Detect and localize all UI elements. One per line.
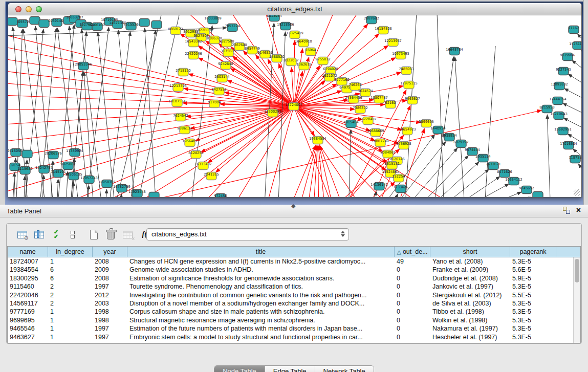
resize-grip-icon[interactable] (574, 189, 580, 196)
table-cell[interactable]: Investigating the contribution of common… (127, 291, 395, 299)
table-cell[interactable]: 2 (48, 299, 93, 308)
table-cell[interactable]: 18724007 (8, 257, 48, 266)
table-cell[interactable]: Disruption of a novel member of a sodium… (127, 299, 395, 308)
table-cell[interactable]: 9777169 (8, 308, 48, 316)
table-cell[interactable]: 5.3E-5 (510, 308, 556, 316)
table-cell[interactable]: 2008 (93, 274, 127, 282)
network-view-window[interactable]: citations_edges.txt 24055724206914061065… (8, 3, 582, 198)
row-options-icon[interactable] (67, 229, 79, 240)
window-titlebar[interactable]: citations_edges.txt (8, 3, 581, 15)
table-row[interactable]: 946554611997Estimation of the future num… (8, 324, 573, 333)
table-body[interactable]: 1872400712008Changes of HCN gene express… (8, 257, 573, 343)
table-scrollbar-thumb[interactable] (575, 259, 579, 282)
column-header[interactable]: name (8, 247, 48, 257)
table-cell[interactable]: 18300295 (8, 274, 48, 282)
table-cell[interactable]: 2009 (93, 266, 127, 274)
table-cell[interactable]: 1 (48, 333, 93, 341)
graph-node[interactable] (39, 20, 49, 28)
network-canvas[interactable]: 2405572420691406106532871527602646616010… (8, 15, 581, 197)
close-panel-icon[interactable]: × (576, 207, 581, 214)
tab-network-table[interactable]: Network Table (315, 366, 374, 372)
table-row[interactable]: 977716911998Corpus callosum shape and si… (8, 308, 573, 316)
table-cell[interactable]: Dudbridge et al. (2008) (430, 274, 510, 282)
table-row[interactable]: 1830029562008Estimation of significance … (8, 274, 573, 282)
table-cell[interactable]: 1997 (93, 324, 127, 333)
select-all-columns-icon[interactable]: ✓✓ (50, 229, 62, 240)
table-cell[interactable]: 9463627 (8, 333, 48, 341)
new-table-icon[interactable] (88, 229, 100, 240)
table-cell[interactable]: 5.5E-5 (510, 291, 556, 299)
table-cell[interactable]: Genome-wide association studies in ADHD. (127, 266, 395, 274)
table-cell[interactable]: Wolkin et al. (1998) (430, 316, 510, 324)
table-cell[interactable]: 1 (48, 257, 93, 266)
table-cell[interactable]: 1997 (93, 282, 127, 291)
column-header[interactable]: short (430, 247, 510, 257)
table-header-row[interactable]: namein_degreeyeartitle△out_de...shortpag… (8, 247, 580, 257)
table-row[interactable]: 946362711997Embryonic stem cells: a mode… (8, 333, 573, 341)
table-cell[interactable]: 22420046 (8, 291, 48, 299)
table-cell[interactable]: Tourette syndrome. Phenomenology and cla… (127, 282, 395, 291)
table-cell[interactable]: 6 (48, 266, 93, 274)
table-row[interactable]: 1456911722003Disruption of a novel membe… (8, 299, 573, 308)
table-cell[interactable]: 2 (48, 282, 93, 291)
node-table[interactable]: namein_degreeyeartitle△out_de...shortpag… (7, 246, 581, 343)
table-row[interactable]: 2242004622012Investigating the contribut… (8, 291, 573, 299)
table-cell[interactable]: 5.3E-5 (510, 282, 556, 291)
table-cell[interactable]: Changes of HCN gene expression and I(f) … (127, 257, 395, 266)
table-cell[interactable]: 5.6E-5 (510, 266, 556, 274)
table-cell[interactable]: 14569117 (8, 299, 48, 308)
graph-node[interactable] (533, 192, 543, 198)
table-cell[interactable]: 1 (48, 324, 93, 333)
table-cell[interactable]: 0 (395, 308, 430, 316)
table-cell[interactable]: 5.3E-5 (510, 333, 556, 341)
table-cell[interactable]: Corpus callosum shape and size in male p… (127, 308, 395, 316)
table-cell[interactable]: Jankovic et al. (1997) (430, 282, 510, 291)
graph-node[interactable] (149, 192, 159, 198)
table-cell[interactable]: Yano et al. (2008) (430, 257, 510, 266)
tab-node-table[interactable]: Node Table (214, 366, 265, 372)
table-cell[interactable]: 5.3E-5 (510, 257, 556, 266)
table-cell[interactable]: 0 (395, 274, 430, 282)
table-cell[interactable]: 0 (395, 266, 430, 274)
table-row[interactable]: 1872400712008Changes of HCN gene express… (8, 257, 573, 266)
table-cell[interactable]: Franke et al. (2009) (430, 266, 510, 274)
table-cell[interactable]: 2012 (93, 291, 127, 299)
table-cell[interactable]: Tibbo et al. (1998) (430, 308, 510, 316)
table-cell[interactable]: Hescheler et al. (1997) (430, 333, 510, 341)
graph-node[interactable] (22, 150, 32, 158)
table-cell[interactable]: Structural magnetic resonance image aver… (127, 316, 395, 324)
table-cell[interactable]: 2003 (93, 299, 127, 308)
tab-edge-table[interactable]: Edge Table (265, 366, 315, 372)
table-cell[interactable]: Nakamura et al. (1997) (430, 324, 510, 333)
table-row[interactable]: 1938455462009Genome-wide association stu… (8, 266, 573, 274)
column-header[interactable]: title (127, 247, 395, 257)
column-header[interactable]: in_degree (48, 247, 93, 257)
table-cell[interactable]: 5.3E-5 (510, 324, 556, 333)
table-cell[interactable]: 2 (48, 291, 93, 299)
table-row[interactable]: 911546021997Tourette syndrome. Phenomeno… (8, 282, 573, 291)
table-cell[interactable]: 1997 (93, 333, 127, 341)
table-cell[interactable]: Estimation of significance thresholds fo… (127, 274, 395, 282)
table-cell[interactable]: 1998 (93, 308, 127, 316)
graph-node[interactable] (151, 21, 162, 29)
table-cell[interactable]: 9699695 (8, 316, 48, 324)
table-cell[interactable]: 0 (395, 324, 430, 333)
graph-node[interactable] (139, 19, 149, 27)
column-header[interactable]: year (93, 247, 127, 257)
table-mode-icon[interactable]: ⚙ (16, 229, 28, 240)
table-cell[interactable]: 0 (395, 333, 430, 341)
table-cell[interactable]: Embryonic stem cells: a model to study s… (127, 333, 395, 341)
table-cell[interactable]: 9115460 (8, 282, 48, 291)
network-table-select[interactable]: citations_edges.txt (146, 228, 349, 240)
table-cell[interactable]: 0 (395, 282, 430, 291)
table-cell[interactable]: Stergiakouli et al. (2012) (430, 291, 510, 299)
table-cell[interactable]: 19384554 (8, 266, 48, 274)
table-cell[interactable]: 5.9E-5 (510, 274, 556, 282)
table-cell[interactable]: de Silva et al. (2003) (430, 299, 510, 308)
float-window-icon[interactable] (563, 207, 570, 214)
table-cell[interactable]: 0 (395, 316, 430, 324)
delete-trash-icon[interactable] (104, 229, 117, 240)
column-header[interactable]: pagerank (510, 247, 556, 257)
table-cell[interactable]: 9465546 (8, 324, 48, 333)
show-columns-icon[interactable] (33, 229, 45, 240)
